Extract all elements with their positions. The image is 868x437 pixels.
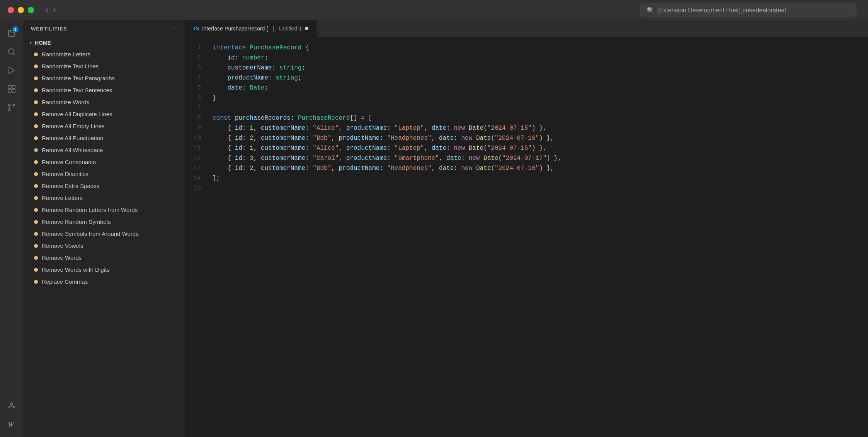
list-item[interactable]: Remove Random Symbols [23, 216, 185, 228]
svg-point-7 [8, 104, 10, 106]
list-item[interactable]: Randomize Text Sentences [23, 84, 185, 96]
code-line-11: 11 { id: 1, customerName: "Alice", produ… [186, 144, 868, 154]
list-item[interactable]: Remove All Duplicate Lines [23, 108, 185, 120]
list-item[interactable]: Remove Vowels [23, 240, 185, 252]
svg-point-9 [8, 109, 10, 111]
svg-text:W: W [8, 421, 15, 429]
run-debug-icon[interactable] [3, 62, 20, 79]
list-item[interactable]: Randomize Letters [23, 48, 185, 60]
line-content: { id: 1, customerName: "Alice", productN… [209, 124, 868, 134]
code-line-9: 9 { id: 1, customerName: "Alice", produc… [186, 124, 868, 134]
line-number: 9 [186, 124, 209, 134]
list-item[interactable]: Randomize Text Lines [23, 60, 185, 72]
line-number: 8 [186, 113, 209, 124]
item-label: Randomize Text Lines [42, 63, 99, 69]
list-item[interactable]: Remove Random Letters from Words [23, 204, 185, 216]
code-line-13: 13 { id: 2, customerName: "Bob", product… [186, 164, 868, 174]
search-activity-icon[interactable] [3, 43, 20, 60]
item-label: Randomize Words [42, 99, 89, 105]
status-dot [34, 148, 38, 152]
title-bar: ‹ › 🔍 [Extension Development Host] poked… [0, 0, 868, 20]
status-dot [34, 136, 38, 140]
list-item[interactable]: Randomize Words [23, 96, 185, 108]
line-number: 4 [186, 73, 209, 83]
item-label: Remove Random Letters from Words [42, 207, 138, 213]
item-label: Remove Random Symbols [42, 218, 111, 225]
list-item[interactable]: Remove Letters [23, 192, 185, 204]
status-dot [34, 76, 38, 80]
line-number: 13 [186, 164, 209, 174]
list-item[interactable]: Remove All Whitespace [23, 144, 185, 156]
item-label: Remove Letters [42, 195, 83, 201]
list-item[interactable]: Remove Diacritics [23, 168, 185, 180]
line-content: interface PurchaseRecord { [209, 43, 868, 53]
line-number: 11 [186, 144, 209, 154]
extensions-icon[interactable] [3, 80, 20, 97]
svg-rect-3 [8, 85, 11, 88]
sidebar-content: ▾ HOME Randomize Letters Randomize Text … [23, 37, 185, 437]
title-bar-search[interactable]: 🔍 [Extension Development Host] pokedealo… [640, 4, 856, 17]
language-badge: TS [193, 26, 199, 31]
git-lens-icon[interactable] [3, 397, 20, 414]
status-dot [34, 232, 38, 236]
code-line-12: 12 { id: 3, customerName: "Carol", produ… [186, 154, 868, 164]
status-dot [34, 160, 38, 164]
list-item[interactable]: Remove All Punctuation [23, 132, 185, 144]
source-control-icon[interactable] [3, 99, 20, 116]
close-button[interactable] [8, 7, 14, 13]
line-content: { id: 3, customerName: "Carol", productN… [209, 154, 868, 164]
list-item[interactable]: Remove All Empty Lines [23, 120, 185, 132]
sidebar-title: WEBTILITIES [31, 26, 67, 32]
svg-rect-6 [12, 89, 15, 92]
line-content: { id: 1, customerName: "Alice", productN… [209, 144, 868, 154]
code-line-14: 14 ]; [186, 174, 868, 184]
line-content [209, 103, 868, 113]
list-item[interactable]: Replace Commas [23, 276, 185, 288]
svg-point-10 [10, 403, 13, 405]
line-content: productName: string; [209, 73, 868, 83]
nav-buttons: ‹ › [46, 6, 56, 14]
unsaved-indicator [305, 27, 308, 30]
main-layout: 1 [0, 20, 868, 437]
sidebar-menu-button[interactable]: ··· [172, 25, 177, 33]
code-line-10: 10 { id: 2, customerName: "Bob", product… [186, 134, 868, 144]
webtilities-activity-icon[interactable]: W [3, 415, 20, 432]
line-number: 6 [186, 93, 209, 103]
forward-button[interactable]: › [53, 6, 56, 14]
explorer-icon[interactable]: 1 [3, 25, 20, 42]
status-dot [34, 268, 38, 272]
line-number: 2 [186, 53, 209, 63]
list-item[interactable]: Remove Consonants [23, 156, 185, 168]
code-editor[interactable]: 1 interface PurchaseRecord { 2 id: numbe… [186, 37, 868, 437]
editor-area: TS interface PurchaseRecord { | Untitled… [186, 20, 868, 437]
line-number: 7 [186, 103, 209, 113]
line-number: 12 [186, 154, 209, 164]
tab-secondary-filename: Untitled-1 [279, 25, 302, 32]
svg-point-12 [13, 407, 15, 408]
item-label: Remove All Duplicate Lines [42, 111, 112, 117]
status-dot [34, 196, 38, 200]
status-dot [34, 172, 38, 176]
traffic-lights [8, 7, 34, 13]
minimize-button[interactable] [18, 7, 24, 13]
item-label: Remove Vowels [42, 242, 83, 249]
list-item[interactable]: Remove Symbols from Around Words [23, 228, 185, 240]
svg-point-11 [9, 407, 10, 408]
item-label: Remove Words with Digits [42, 266, 110, 273]
home-section-header[interactable]: ▾ HOME [23, 37, 185, 48]
editor-tab[interactable]: TS interface PurchaseRecord { | Untitled… [186, 20, 317, 37]
code-line-7: 7 [186, 103, 868, 113]
list-item[interactable]: Randomize Text Paragraphs [23, 72, 185, 84]
back-button[interactable]: ‹ [46, 6, 48, 14]
home-section-label: HOME [35, 40, 51, 46]
line-number: 3 [186, 63, 209, 73]
list-item[interactable]: Remove Extra Spaces [23, 180, 185, 192]
maximize-button[interactable] [28, 7, 34, 13]
status-dot [34, 256, 38, 260]
code-line-1: 1 interface PurchaseRecord { [186, 43, 868, 53]
line-content: { id: 2, customerName: "Bob", productNam… [209, 134, 868, 144]
item-label: Remove Consonants [42, 159, 96, 165]
list-item[interactable]: Remove Words with Digits [23, 264, 185, 276]
list-item[interactable]: Remove Words [23, 252, 185, 264]
item-label: Randomize Text Sentences [42, 87, 112, 93]
